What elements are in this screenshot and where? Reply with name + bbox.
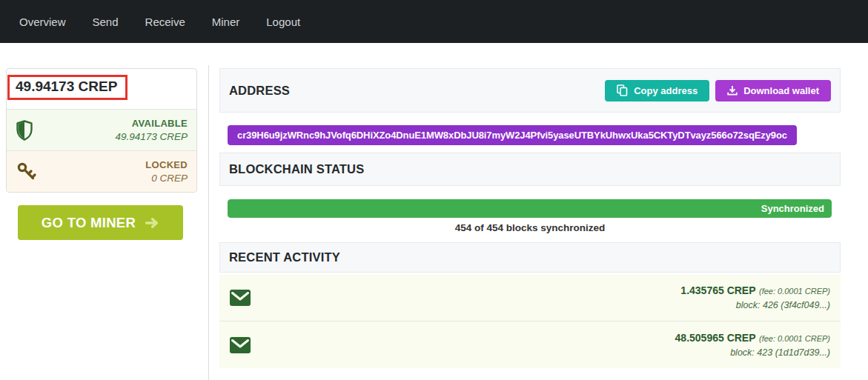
activity-list: 1.435765 CREP (fee: 0.0001 CREP) block: …	[219, 275, 841, 368]
available-value: 49.94173 CREP	[115, 130, 188, 144]
copy-address-button[interactable]: Copy address	[605, 80, 709, 101]
activity-row-1[interactable]: 1.435765 CREP (fee: 0.0001 CREP) block: …	[219, 275, 841, 321]
sync-progress-fill: Synchronized	[228, 199, 832, 218]
envelope-icon	[230, 337, 251, 353]
available-balance-text: AVAILABLE 49.94173 CREP	[115, 117, 188, 144]
copy-icon	[617, 84, 628, 96]
activity-fee: (fee: 0.0001 CREP)	[759, 334, 830, 343]
go-to-miner-button[interactable]: GO TO MINER	[18, 205, 183, 240]
sync-progress-bar: Synchronized	[228, 199, 832, 218]
activity-fee: (fee: 0.0001 CREP)	[759, 287, 830, 296]
arrow-right-icon	[145, 217, 159, 229]
address-title: ADDRESS	[229, 84, 290, 98]
locked-value: 0 CREP	[145, 172, 188, 185]
activity-details: 1.435765 CREP (fee: 0.0001 CREP) block: …	[680, 283, 830, 313]
activity-block: block: 426 (3f4cf049...)	[680, 299, 830, 313]
activity-row-2[interactable]: 48.505965 CREP (fee: 0.0001 CREP) block:…	[219, 321, 841, 368]
sync-caption: 454 of 454 blocks synchronized	[219, 222, 841, 233]
recent-activity-title: RECENT ACTIVITY	[229, 250, 340, 264]
activity-details: 48.505965 CREP (fee: 0.0001 CREP) block:…	[675, 330, 830, 360]
address-actions: Copy address Download wallet	[605, 80, 831, 101]
locked-balance-text: LOCKED 0 CREP	[145, 159, 188, 185]
blockchain-status-title: BLOCKCHAIN STATUS	[229, 162, 364, 176]
wallet-address-badge[interactable]: cr39H6u9jzWRnc9hJVofq6DHiXZo4DnuE1MW8xDb…	[228, 125, 797, 145]
nav-item-logout[interactable]: Logout	[253, 16, 314, 28]
activity-amount-line: 1.435765 CREP (fee: 0.0001 CREP)	[680, 283, 830, 299]
content-divider	[208, 65, 209, 380]
available-label: AVAILABLE	[115, 117, 188, 130]
balance-amount: 49.94173 CREP	[16, 79, 117, 94]
locked-balance-row: LOCKED 0 CREP	[7, 150, 196, 192]
key-icon	[16, 161, 38, 183]
address-section-header: ADDRESS Copy address	[219, 68, 841, 113]
shield-icon	[16, 120, 33, 141]
nav-item-receive[interactable]: Receive	[132, 16, 199, 28]
activity-section-header: RECENT ACTIVITY	[219, 242, 841, 273]
activity-amount: 48.505965 CREP	[675, 332, 756, 344]
activity-amount: 1.435765 CREP	[680, 284, 755, 296]
top-nav: Overview Send Receive Miner Logout	[0, 0, 868, 43]
download-wallet-button[interactable]: Download wallet	[715, 80, 831, 101]
sync-status-label: Synchronized	[761, 203, 824, 214]
balance-highlight-box: 49.94173 CREP	[7, 75, 127, 100]
envelope-icon	[230, 290, 251, 306]
nav-item-send[interactable]: Send	[79, 16, 132, 28]
download-icon	[727, 85, 738, 96]
go-to-miner-label: GO TO MINER	[42, 215, 136, 231]
download-wallet-label: Download wallet	[743, 85, 819, 96]
available-balance-row: AVAILABLE 49.94173 CREP	[7, 109, 196, 150]
activity-block: block: 423 (1d1d7d39...)	[675, 346, 830, 360]
activity-amount-line: 48.505965 CREP (fee: 0.0001 CREP)	[675, 330, 830, 346]
locked-label: LOCKED	[145, 159, 188, 172]
balance-header: 49.94173 CREP	[7, 69, 196, 109]
nav-item-miner[interactable]: Miner	[199, 16, 254, 28]
blockchain-section-header: BLOCKCHAIN STATUS	[219, 153, 841, 186]
wallet-summary-card: 49.94173 CREP AVAILABLE 49.94173 CREP	[6, 68, 197, 193]
copy-address-label: Copy address	[634, 85, 698, 96]
nav-item-overview[interactable]: Overview	[6, 16, 79, 28]
